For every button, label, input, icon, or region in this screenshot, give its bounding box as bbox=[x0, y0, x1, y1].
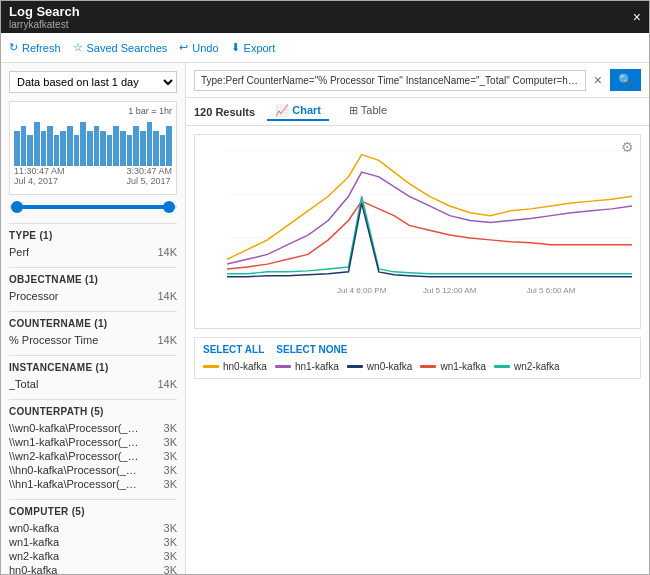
legend-item-label: hn1-kafka bbox=[295, 361, 339, 372]
select-none-button[interactable]: SELECT NONE bbox=[276, 344, 347, 355]
undo-icon: ↩ bbox=[179, 41, 188, 54]
legend-item-label: wn0-kafka bbox=[367, 361, 413, 372]
legend-area: SELECT ALL SELECT NONE hn0-kafkahn1-kafk… bbox=[194, 337, 641, 379]
facet-item[interactable]: Perf14K bbox=[9, 245, 177, 259]
facet-item-count: 3K bbox=[164, 478, 177, 490]
histogram-bar bbox=[74, 135, 80, 166]
histogram-bar bbox=[60, 131, 66, 166]
export-icon: ⬇ bbox=[231, 41, 240, 54]
range-fill bbox=[13, 205, 173, 209]
facet-item-count: 3K bbox=[164, 564, 177, 574]
time-selector[interactable]: Data based on last 1 day bbox=[9, 71, 177, 93]
svg-text:Jul 4 6:00 PM: Jul 4 6:00 PM bbox=[337, 286, 386, 295]
facet-item-count: 14K bbox=[157, 378, 177, 390]
facets-container: TYPE (1)Perf14KOBJECTNAME (1)Processor14… bbox=[9, 223, 177, 574]
facet-item[interactable]: wn2-kafka3K bbox=[9, 549, 177, 563]
left-panel: Data based on last 1 day 1 bar = 1hr 11:… bbox=[1, 63, 186, 574]
clear-search-button[interactable]: × bbox=[590, 70, 606, 90]
facet-item[interactable]: _Total14K bbox=[9, 377, 177, 391]
histogram-bar bbox=[153, 131, 159, 166]
histogram-bar bbox=[27, 135, 33, 166]
histogram-bar bbox=[133, 126, 139, 166]
histogram-bar bbox=[87, 131, 93, 166]
facet-item[interactable]: \\wn0-kafka\Processor(_Total)\% Processo… bbox=[9, 421, 177, 435]
undo-button[interactable]: ↩ Undo bbox=[179, 41, 218, 54]
search-input[interactable] bbox=[194, 70, 586, 91]
range-slider[interactable] bbox=[9, 199, 177, 215]
histogram-label-right: 3:30:47 AMJul 5, 2017 bbox=[126, 166, 172, 186]
range-handle-right[interactable] bbox=[163, 201, 175, 213]
facet-section-2: COUNTERNAME (1)% Processor Time14K bbox=[9, 311, 177, 347]
select-all-button[interactable]: SELECT ALL bbox=[203, 344, 264, 355]
facet-item-name: \\wn1-kafka\Processor(_Total)\% Processo… bbox=[9, 436, 139, 448]
chart-area: ⚙ 60 40 20 Jul 4 6:00 PM Jul 5 12:00 A bbox=[186, 126, 649, 574]
histogram-bar bbox=[34, 122, 40, 166]
histogram-bar bbox=[54, 135, 60, 166]
legend-item[interactable]: wn0-kafka bbox=[347, 361, 413, 372]
facet-item-name: wn0-kafka bbox=[9, 522, 59, 534]
histogram-bar bbox=[94, 126, 100, 166]
chart-settings-icon[interactable]: ⚙ bbox=[621, 139, 634, 155]
facet-item-name: wn2-kafka bbox=[9, 550, 59, 562]
facet-item-name: wn1-kafka bbox=[9, 536, 59, 548]
histogram-bar bbox=[100, 131, 106, 166]
title-bar-left: Log Search larrykafkatest bbox=[9, 4, 80, 30]
export-button[interactable]: ⬇ Export bbox=[231, 41, 276, 54]
histogram-bar bbox=[166, 126, 172, 166]
facet-title-3: INSTANCENAME (1) bbox=[9, 355, 177, 373]
facet-item[interactable]: wn0-kafka3K bbox=[9, 521, 177, 535]
histogram-bar bbox=[107, 135, 113, 166]
facet-section-3: INSTANCENAME (1)_Total14K bbox=[9, 355, 177, 391]
legend-item[interactable]: wn2-kafka bbox=[494, 361, 560, 372]
facet-item[interactable]: wn1-kafka3K bbox=[9, 535, 177, 549]
saved-searches-label: Saved Searches bbox=[87, 42, 168, 54]
facet-item-count: 3K bbox=[164, 536, 177, 548]
saved-searches-button[interactable]: ☆ Saved Searches bbox=[73, 41, 168, 54]
legend-items: hn0-kafkahn1-kafkawn0-kafkawn1-kafkawn2-… bbox=[203, 361, 632, 372]
facet-item[interactable]: \\hn1-kafka\Processor(_Total)\% Processo… bbox=[9, 477, 177, 491]
facet-item[interactable]: hn0-kafka3K bbox=[9, 563, 177, 574]
main-content: Data based on last 1 day 1 bar = 1hr 11:… bbox=[1, 63, 649, 574]
search-button[interactable]: 🔍 bbox=[610, 69, 641, 91]
chart-svg: 60 40 20 Jul 4 6:00 PM Jul 5 12:00 AM Ju… bbox=[227, 143, 632, 298]
histogram-bar bbox=[47, 126, 53, 166]
facet-item-count: 3K bbox=[164, 522, 177, 534]
svg-text:Jul 5 6:00 AM: Jul 5 6:00 AM bbox=[527, 286, 576, 295]
histogram-legend: 1 bar = 1hr bbox=[14, 106, 172, 116]
histogram-bars bbox=[14, 118, 172, 166]
facet-item-name: % Processor Time bbox=[9, 334, 98, 346]
refresh-button[interactable]: ↻ Refresh bbox=[9, 41, 61, 54]
window-title: Log Search bbox=[9, 4, 80, 19]
legend-item[interactable]: hn0-kafka bbox=[203, 361, 267, 372]
histogram-bar bbox=[147, 122, 153, 166]
facet-item[interactable]: Processor14K bbox=[9, 289, 177, 303]
legend-color-swatch bbox=[494, 365, 510, 368]
legend-item[interactable]: wn1-kafka bbox=[420, 361, 486, 372]
histogram-label-left: 11:30:47 AMJul 4, 2017 bbox=[14, 166, 65, 186]
chart-container: ⚙ 60 40 20 Jul 4 6:00 PM Jul 5 12:00 A bbox=[194, 134, 641, 329]
tab-table[interactable]: ⊞ Table bbox=[341, 102, 395, 121]
range-handle-left[interactable] bbox=[11, 201, 23, 213]
facet-item-count: 14K bbox=[157, 246, 177, 258]
facet-title-2: COUNTERNAME (1) bbox=[9, 311, 177, 329]
facet-item[interactable]: \\wn1-kafka\Processor(_Total)\% Processo… bbox=[9, 435, 177, 449]
close-button[interactable]: × bbox=[633, 9, 641, 25]
facet-item-name: \\hn0-kafka\Processor(_Total)\% Processo… bbox=[9, 464, 139, 476]
legend-color-swatch bbox=[203, 365, 219, 368]
facet-item-count: 3K bbox=[164, 436, 177, 448]
facet-item[interactable]: % Processor Time14K bbox=[9, 333, 177, 347]
facet-item-count: 3K bbox=[164, 550, 177, 562]
histogram-bar bbox=[160, 135, 166, 166]
histogram-labels: 11:30:47 AMJul 4, 2017 3:30:47 AMJul 5, … bbox=[14, 166, 172, 186]
facet-item-name: \\wn0-kafka\Processor(_Total)\% Processo… bbox=[9, 422, 139, 434]
facet-title-1: OBJECTNAME (1) bbox=[9, 267, 177, 285]
tab-chart[interactable]: 📈 Chart bbox=[267, 102, 329, 121]
time-select[interactable]: Data based on last 1 day bbox=[9, 71, 177, 93]
facet-item[interactable]: \\hn0-kafka\Processor(_Total)\% Processo… bbox=[9, 463, 177, 477]
facet-section-0: TYPE (1)Perf14K bbox=[9, 223, 177, 259]
histogram-bar bbox=[67, 126, 73, 166]
legend-item[interactable]: hn1-kafka bbox=[275, 361, 339, 372]
facet-title-0: TYPE (1) bbox=[9, 223, 177, 241]
facet-item[interactable]: \\wn2-kafka\Processor(_Total)\% Processo… bbox=[9, 449, 177, 463]
facet-item-name: \\wn2-kafka\Processor(_Total)\% Processo… bbox=[9, 450, 139, 462]
